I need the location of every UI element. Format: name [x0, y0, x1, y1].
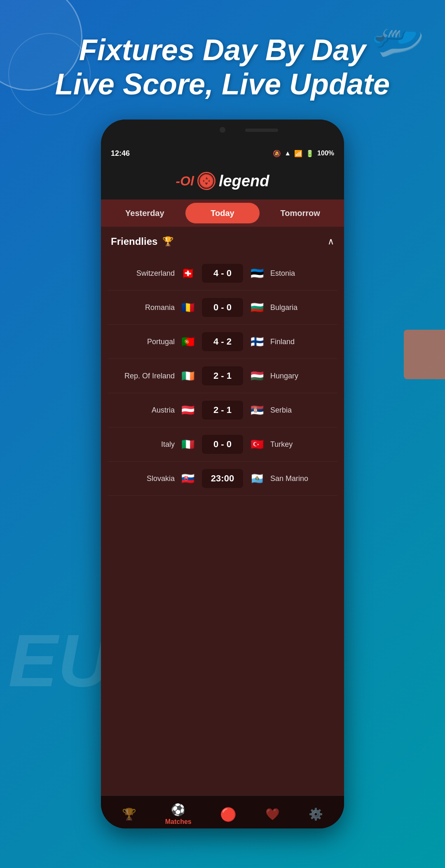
- match-row[interactable]: Slovakia 🇸🇰 23:00 🇸🇲 San Marino: [108, 462, 337, 496]
- score-box-7: 23:00: [202, 469, 243, 488]
- match-row[interactable]: Austria 🇦🇹 2 - 1 🇷🇸 Serbia: [108, 393, 337, 427]
- status-time: 12:46: [111, 149, 130, 158]
- away-flag-2: 🇧🇬: [248, 301, 266, 314]
- home-name-7: Slovakia: [147, 474, 175, 483]
- phone-speaker: [245, 129, 278, 132]
- chevron-up-icon: ∧: [328, 236, 334, 247]
- away-name-1: Estonia: [270, 269, 295, 278]
- right-decoration: [404, 330, 445, 379]
- status-bar: 12:46 🔕 ▲ 📶 🔋 100%: [101, 144, 344, 162]
- team-home-4: Rep. Of Ireland 🇮🇪: [111, 369, 197, 382]
- app-header: -Ol legend: [101, 162, 344, 199]
- eu-decoration: EU: [8, 618, 111, 703]
- home-flag-4: 🇮🇪: [179, 369, 197, 382]
- team-home-2: Romania 🇷🇴: [111, 301, 197, 314]
- score-2: 0 - 0: [213, 302, 232, 312]
- match-row[interactable]: Rep. Of Ireland 🇮🇪 2 - 1 🇭🇺 Hungary: [108, 359, 337, 393]
- home-name-5: Austria: [152, 406, 175, 415]
- score-5: 2 - 1: [213, 405, 232, 415]
- team-home-5: Austria 🇦🇹: [111, 404, 197, 417]
- away-flag-4: 🇭🇺: [248, 369, 266, 382]
- team-home-6: Italy 🇮🇹: [111, 438, 197, 451]
- nav-item-favorites[interactable]: ❤️: [265, 807, 280, 821]
- wifi-icon: ▲: [284, 150, 291, 157]
- away-name-4: Hungary: [270, 372, 298, 380]
- nav-item-matches[interactable]: ⚽ Matches: [165, 803, 192, 826]
- away-flag-3: 🇫🇮: [248, 335, 266, 348]
- away-flag-6: 🇹🇷: [248, 438, 266, 451]
- bottom-nav: 🏆 ⚽ Matches 🔴 ❤️ ⚙️: [101, 795, 344, 828]
- home-name-1: Switzerland: [136, 269, 175, 278]
- logo-arrows: -Ol: [176, 174, 194, 189]
- away-name-3: Finland: [270, 338, 295, 346]
- away-name-5: Serbia: [270, 406, 292, 415]
- hero-text: Fixtures Day By Day Live Score, Live Upd…: [0, 33, 445, 101]
- nav-item-settings[interactable]: ⚙️: [309, 807, 323, 821]
- score-1: 4 - 0: [213, 268, 232, 278]
- status-icons: 🔕 ▲ 📶 🔋 100%: [273, 150, 334, 157]
- section-title: Friendlies: [111, 236, 157, 247]
- logo-ball: [197, 172, 215, 190]
- phone-frame: 12:46 🔕 ▲ 📶 🔋 100% -Ol legend: [101, 120, 344, 828]
- score-box-4: 2 - 1: [202, 366, 243, 385]
- section-header[interactable]: Friendlies 🏆 ∧: [101, 227, 344, 256]
- tab-yesterday[interactable]: Yesterday: [108, 203, 182, 223]
- team-away-2: 🇧🇬 Bulgaria: [248, 301, 334, 314]
- nav-item-live[interactable]: 🔴: [220, 807, 237, 822]
- matches-list: Switzerland 🇨🇭 4 - 0 🇪🇪 Estonia Romania: [101, 256, 344, 496]
- team-away-3: 🇫🇮 Finland: [248, 335, 334, 348]
- battery-icon: 🔋: [306, 150, 314, 157]
- nav-live-icon: 🔴: [220, 807, 237, 822]
- hero-line2: Live Score, Live Update: [16, 67, 429, 101]
- away-name-2: Bulgaria: [270, 303, 297, 312]
- phone-notch: [101, 120, 344, 144]
- team-home-3: Portugal 🇵🇹: [111, 335, 197, 348]
- tab-tomorrow[interactable]: Tomorrow: [263, 203, 337, 223]
- logo: -Ol legend: [176, 172, 269, 190]
- score-6: 0 - 0: [213, 439, 232, 449]
- nav-trophy-icon: 🏆: [122, 807, 136, 821]
- away-flag-7: 🇸🇲: [248, 472, 266, 485]
- team-away-4: 🇭🇺 Hungary: [248, 369, 334, 382]
- logo-text: legend: [219, 172, 269, 190]
- trophy-icon: 🏆: [162, 236, 173, 247]
- signal-icon: 📶: [294, 150, 302, 157]
- away-name-6: Turkey: [270, 440, 293, 449]
- nav-item-trophy[interactable]: 🏆: [122, 807, 136, 821]
- match-row[interactable]: Portugal 🇵🇹 4 - 2 🇫🇮 Finland: [108, 325, 337, 359]
- score-box-2: 0 - 0: [202, 298, 243, 317]
- match-row[interactable]: Italy 🇮🇹 0 - 0 🇹🇷 Turkey: [108, 427, 337, 462]
- team-away-1: 🇪🇪 Estonia: [248, 267, 334, 280]
- away-name-7: San Marino: [270, 474, 308, 483]
- match-row[interactable]: Switzerland 🇨🇭 4 - 0 🇪🇪 Estonia: [108, 256, 337, 291]
- nav-heart-icon: ❤️: [265, 807, 280, 821]
- phone-camera: [220, 127, 225, 133]
- score-4: 2 - 1: [213, 371, 232, 381]
- score-box-6: 0 - 0: [202, 435, 243, 454]
- team-away-6: 🇹🇷 Turkey: [248, 438, 334, 451]
- team-home-7: Slovakia 🇸🇰: [111, 472, 197, 485]
- home-flag-6: 🇮🇹: [179, 438, 197, 451]
- nav-gear-icon: ⚙️: [309, 807, 323, 821]
- content-area: Friendlies 🏆 ∧ Switzerland 🇨🇭 4 - 0: [101, 227, 344, 795]
- home-name-4: Rep. Of Ireland: [124, 372, 175, 380]
- match-row[interactable]: Romania 🇷🇴 0 - 0 🇧🇬 Bulgaria: [108, 291, 337, 325]
- score-box-5: 2 - 1: [202, 401, 243, 420]
- away-flag-5: 🇷🇸: [248, 404, 266, 417]
- nav-matches-icon: ⚽: [171, 803, 185, 816]
- tab-bar: Yesterday Today Tomorrow: [101, 199, 344, 227]
- tab-today[interactable]: Today: [185, 203, 260, 223]
- home-flag-5: 🇦🇹: [179, 404, 197, 417]
- battery-percent: 100%: [317, 150, 334, 157]
- svg-point-0: [200, 174, 213, 188]
- home-name-6: Italy: [161, 440, 175, 449]
- home-flag-1: 🇨🇭: [179, 267, 197, 280]
- score-3: 4 - 2: [213, 336, 232, 347]
- score-box-1: 4 - 0: [202, 264, 243, 283]
- section-title-row: Friendlies 🏆: [111, 236, 173, 247]
- home-name-3: Portugal: [147, 338, 175, 346]
- team-home-1: Switzerland 🇨🇭: [111, 267, 197, 280]
- team-away-7: 🇸🇲 San Marino: [248, 472, 334, 485]
- phone-screen: Yesterday Today Tomorrow Friendlies 🏆 ∧ …: [101, 199, 344, 828]
- home-flag-7: 🇸🇰: [179, 472, 197, 485]
